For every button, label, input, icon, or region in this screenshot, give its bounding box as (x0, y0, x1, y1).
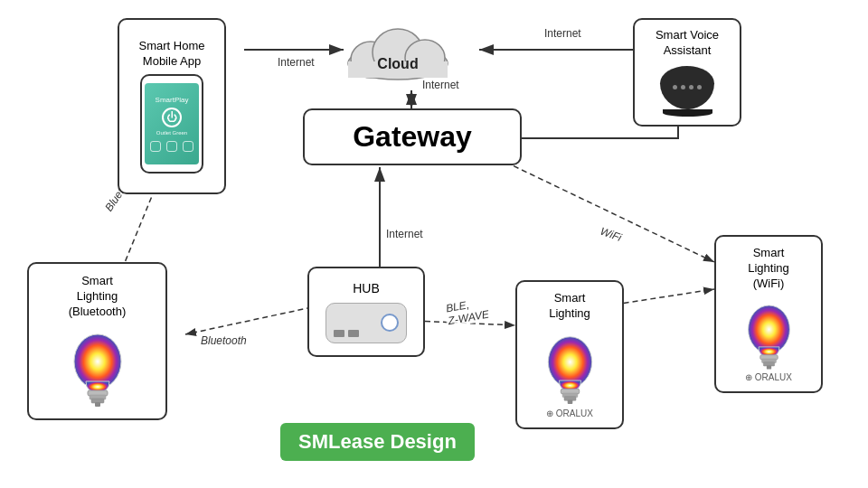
hub-node: HUB (307, 267, 425, 357)
svg-rect-27 (567, 399, 572, 404)
speaker-dots (673, 85, 702, 89)
svg-point-28 (748, 305, 789, 353)
hub-ports (334, 330, 359, 337)
mobile-app-label: Smart HomeMobile App (139, 39, 205, 70)
mobile-app-node: Smart HomeMobile App SmartPlay ⏻ Outlet … (118, 18, 226, 194)
smart-lighting-node: SmartLighting ⊕ ORALUX (515, 280, 624, 429)
label-internet-hub-gateway: Internet (384, 228, 425, 240)
voice-assistant-node: Smart VoiceAssistant (633, 18, 741, 127)
phone-icon1 (150, 141, 161, 152)
svg-rect-22 (95, 402, 100, 407)
phone-icon2 (166, 141, 177, 152)
dot2 (681, 85, 685, 89)
label-bluetooth-hub-sbl: Bluetooth (199, 334, 249, 347)
smart-lighting-bluetooth-node: SmartLighting(Bluetooth) (27, 262, 167, 420)
label-internet-va-cloud: Internet (542, 27, 583, 40)
phone-status: Outlet Green (156, 130, 187, 136)
bulb-center-svg (541, 329, 599, 407)
phone-screen: SmartPlay ⏻ Outlet Green (145, 83, 199, 164)
phone-nav-icons (150, 141, 193, 152)
hub-port1 (334, 330, 344, 337)
brand-badge: SMLease Design (280, 423, 475, 461)
hub-port2 (348, 330, 359, 337)
phone-power-button: ⏻ (162, 108, 182, 127)
svg-line-9 (416, 321, 515, 325)
phone-icon3 (183, 141, 193, 152)
phone-mockup: SmartPlay ⏻ Outlet Green (140, 74, 203, 174)
svg-line-8 (185, 307, 312, 334)
svg-rect-32 (766, 365, 770, 369)
brand-label-wifi: ⊕ ORALUX (745, 372, 792, 382)
bulb-bluetooth-svg (66, 327, 129, 408)
label-ble-zwave: BLE,Z-WAVE (443, 295, 492, 327)
dot3 (689, 85, 693, 89)
smart-speaker-body (660, 66, 714, 109)
smart-lighting-bluetooth-label: SmartLighting(Bluetooth) (69, 274, 127, 320)
gateway-node: Gateway (303, 108, 522, 165)
diagram: Internet Internet Internet Internet Blue… (0, 0, 868, 488)
svg-text:Cloud: Cloud (377, 56, 418, 71)
smart-lighting-label: SmartLighting (549, 291, 590, 322)
svg-line-10 (497, 158, 714, 262)
svg-point-18 (74, 334, 121, 389)
bulb-wifi-svg (740, 299, 798, 371)
dot1 (673, 85, 677, 89)
smart-lighting-wifi-label: SmartLighting(WiFi) (748, 246, 789, 292)
puck-container (660, 66, 714, 117)
label-internet-mobileapp-cloud: Internet (276, 56, 316, 69)
hub-device (326, 303, 407, 343)
voice-assistant-label: Smart VoiceAssistant (656, 28, 719, 59)
brand-text: SMLease Design (298, 430, 457, 453)
speaker-base (663, 109, 712, 117)
brand-label-center: ⊕ ORALUX (546, 408, 593, 418)
smart-lighting-wifi-node: SmartLighting(WiFi) ⊕ ORALUX (714, 235, 823, 393)
gateway-label: Gateway (353, 120, 472, 154)
hub-circle (381, 314, 399, 332)
svg-point-23 (548, 337, 591, 388)
phone-app-title: SmartPlay (156, 96, 189, 104)
hub-label: HUB (353, 280, 380, 296)
label-wifi: WiFi (597, 224, 625, 245)
dot4 (697, 85, 702, 89)
cloud-node: Cloud (335, 16, 461, 84)
